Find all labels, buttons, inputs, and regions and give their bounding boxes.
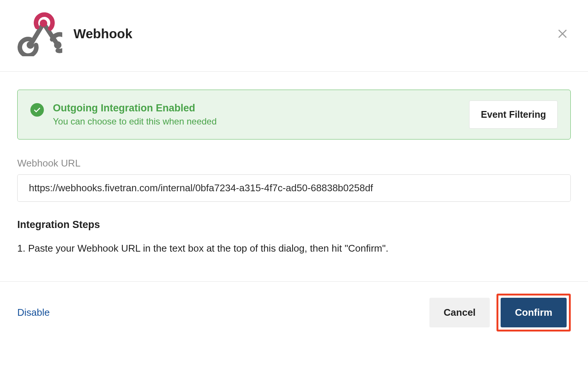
confirm-highlight: Confirm: [496, 294, 571, 332]
dialog-footer: Disable Cancel Confirm: [0, 281, 588, 332]
check-circle-icon: [30, 103, 44, 117]
webhook-url-input[interactable]: [17, 174, 571, 202]
page-title: Webhook: [74, 26, 132, 41]
integration-enabled-alert: Outgoing Integration Enabled You can cho…: [17, 90, 571, 140]
confirm-button[interactable]: Confirm: [501, 298, 567, 327]
alert-text: Outgoing Integration Enabled You can cho…: [53, 102, 217, 127]
svg-point-0: [40, 20, 47, 27]
dialog-header: Webhook: [0, 0, 588, 72]
alert-subtitle: You can choose to edit this when needed: [53, 116, 217, 127]
alert-title: Outgoing Integration Enabled: [53, 102, 217, 114]
alert-left: Outgoing Integration Enabled You can cho…: [30, 102, 217, 127]
integration-step-1: 1. Paste your Webhook URL in the text bo…: [17, 241, 571, 256]
svg-point-1: [27, 41, 34, 49]
event-filtering-button[interactable]: Event Filtering: [469, 100, 558, 129]
footer-actions: Cancel Confirm: [429, 294, 571, 332]
dialog-body: Outgoing Integration Enabled You can cho…: [0, 72, 588, 271]
cancel-button[interactable]: Cancel: [429, 298, 490, 327]
close-button[interactable]: [554, 26, 571, 42]
close-icon: [557, 28, 568, 39]
integration-steps-heading: Integration Steps: [17, 219, 571, 231]
webhook-url-label: Webhook URL: [17, 158, 571, 169]
disable-link[interactable]: Disable: [17, 307, 50, 318]
header-left: Webhook: [17, 11, 132, 56]
svg-point-2: [54, 41, 62, 49]
webhook-icon: [17, 11, 62, 56]
